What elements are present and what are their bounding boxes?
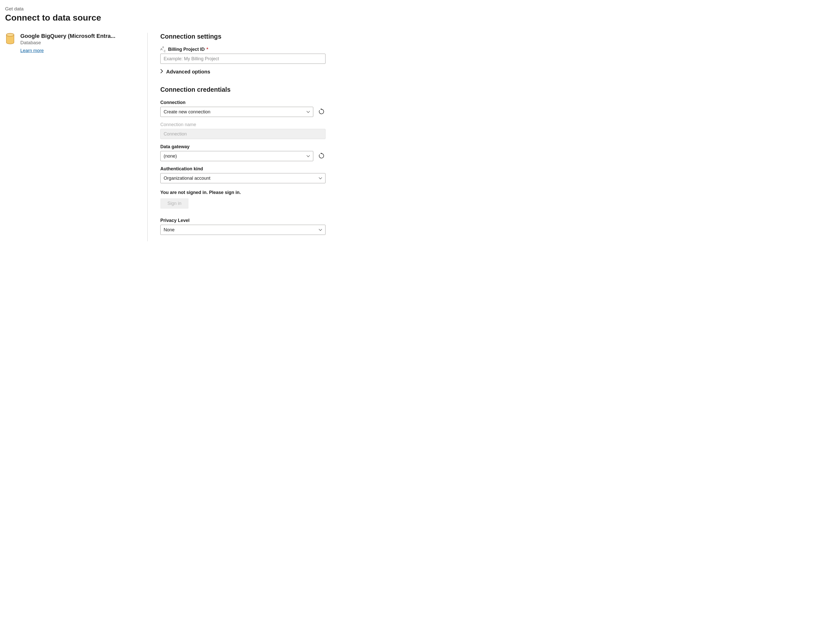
svg-point-1 <box>6 33 14 36</box>
page-title: Connect to data source <box>5 13 835 23</box>
form-panel: Connection settings ABC Billing Project … <box>147 33 331 241</box>
data-gateway-label: Data gateway <box>160 144 326 149</box>
billing-project-input[interactable] <box>160 54 326 64</box>
billing-project-label: ABC Billing Project ID * <box>160 47 326 52</box>
page-subtitle: Get data <box>5 6 835 12</box>
signin-button[interactable]: Sign in <box>160 198 189 209</box>
main-area: Google BigQuery (Microsoft Entra... Data… <box>5 33 835 241</box>
refresh-icon <box>319 108 325 116</box>
refresh-connection-button[interactable] <box>317 108 326 116</box>
privacy-level-field: Privacy Level None <box>160 218 326 235</box>
connection-field: Connection Create new connection <box>160 100 326 117</box>
auth-kind-field: Authentication kind Organizational accou… <box>160 166 326 183</box>
signin-message: You are not signed in. Please sign in. <box>160 190 326 195</box>
connector-category: Database <box>20 40 137 45</box>
connection-label: Connection <box>160 100 326 105</box>
connection-name-label: Connection name <box>160 122 326 127</box>
refresh-gateway-button[interactable] <box>317 152 326 160</box>
auth-kind-select[interactable]: Organizational account <box>160 173 326 183</box>
required-asterisk: * <box>206 47 208 52</box>
connector-panel: Google BigQuery (Microsoft Entra... Data… <box>5 33 147 241</box>
connection-settings-heading: Connection settings <box>160 33 326 40</box>
connection-name-field: Connection name <box>160 122 326 139</box>
advanced-options-toggle[interactable]: Advanced options <box>160 69 326 75</box>
data-gateway-field: Data gateway (none) <box>160 144 326 161</box>
connection-name-input <box>160 129 326 139</box>
chevron-right-icon <box>160 69 163 75</box>
privacy-level-select[interactable]: None <box>160 225 326 235</box>
database-icon <box>5 33 15 45</box>
text-type-icon: ABC <box>160 47 165 52</box>
refresh-icon <box>319 153 325 160</box>
auth-kind-label: Authentication kind <box>160 166 326 172</box>
billing-label-text: Billing Project ID <box>168 47 204 52</box>
connection-select[interactable]: Create new connection <box>160 107 313 117</box>
data-gateway-select[interactable]: (none) <box>160 151 313 161</box>
connector-title: Google BigQuery (Microsoft Entra... <box>20 33 137 39</box>
advanced-options-label: Advanced options <box>166 69 210 75</box>
privacy-level-label: Privacy Level <box>160 218 326 223</box>
billing-project-field: ABC Billing Project ID * <box>160 47 326 64</box>
connection-credentials-heading: Connection credentials <box>160 86 326 93</box>
learn-more-link[interactable]: Learn more <box>20 48 44 53</box>
